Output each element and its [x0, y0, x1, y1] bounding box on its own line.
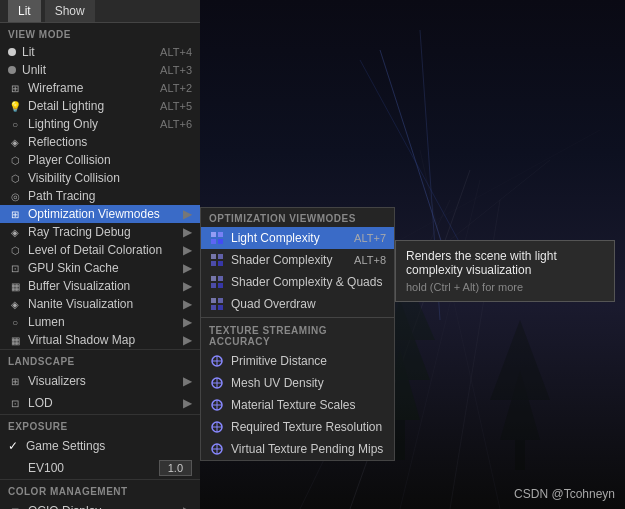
menu-item-lod[interactable]: ⊡ LOD ▶ [0, 392, 200, 414]
svg-rect-18 [218, 232, 223, 237]
svg-rect-23 [211, 261, 216, 266]
menu-item-ray-tracing-debug[interactable]: ◈ Ray Tracing Debug ▶ [0, 223, 200, 241]
submenu-item-required-texture-resolution[interactable]: Required Texture Resolution [201, 416, 394, 438]
left-panel: Lit Show VIEW MODE Lit ALT+4 Unlit ALT+3… [0, 0, 200, 509]
svg-rect-21 [211, 254, 216, 259]
arrow-icon: ▶ [183, 504, 192, 509]
arrow-icon: ▶ [183, 374, 192, 388]
arrow-icon: ▶ [183, 315, 192, 329]
arrow-icon: ▶ [183, 261, 192, 275]
svg-rect-19 [211, 239, 216, 244]
texture-section-label: TEXTURE STREAMING ACCURACY [201, 320, 394, 350]
arrow-icon: ▶ [183, 207, 192, 221]
dot-icon [8, 48, 16, 56]
exposure-section: EXPOSURE ✓ Game Settings EV100 1.0 [0, 414, 200, 479]
menu-item-reflections[interactable]: ◈ Reflections [0, 133, 200, 151]
landscape-section-label: LANDSCAPE [0, 350, 200, 370]
menu-item-buffer-visualization[interactable]: ▦ Buffer Visualization ▶ [0, 277, 200, 295]
menu-item-nanite-visualization[interactable]: ◈ Nanite Visualization ▶ [0, 295, 200, 313]
tab-show[interactable]: Show [45, 0, 95, 22]
ocio-icon: ⊡ [8, 504, 22, 509]
shadow-icon: ▦ [8, 333, 22, 347]
menu-item-virtual-shadow-map[interactable]: ▦ Virtual Shadow Map ▶ [0, 331, 200, 349]
menu-item-ev100[interactable]: EV100 1.0 [0, 457, 200, 479]
menu-item-lumen[interactable]: ○ Lumen ▶ [0, 313, 200, 331]
material-icon [209, 397, 225, 413]
svg-rect-22 [218, 254, 223, 259]
submenu-item-shader-complexity-quads[interactable]: Shader Complexity & Quads [201, 271, 394, 293]
gpu-icon: ⊡ [8, 261, 22, 275]
svg-rect-31 [211, 305, 216, 310]
svg-rect-10 [395, 420, 405, 460]
svg-rect-30 [218, 298, 223, 303]
arrow-icon: ▶ [183, 279, 192, 293]
top-bar: Lit Show [0, 0, 200, 23]
arrow-icon: ▶ [183, 243, 192, 257]
visualizer-icon: ⊞ [8, 374, 22, 388]
menu-item-game-settings[interactable]: ✓ Game Settings [0, 435, 200, 457]
collision-icon: ⬡ [8, 153, 22, 167]
svg-rect-28 [218, 283, 223, 288]
quad-icon [209, 296, 225, 312]
menu-item-ocio-display[interactable]: ⊡ OCIO Display ▶ [0, 500, 200, 509]
submenu-item-primitive-distance[interactable]: Primitive Distance [201, 350, 394, 372]
arrow-icon: ▶ [183, 225, 192, 239]
menu-item-visualizers[interactable]: ⊞ Visualizers ▶ [0, 370, 200, 392]
exposure-section-label: EXPOSURE [0, 415, 200, 435]
submenu-item-mesh-uv-density[interactable]: Mesh UV Density [201, 372, 394, 394]
svg-rect-25 [211, 276, 216, 281]
lod2-icon: ⊡ [8, 396, 22, 410]
tooltip-box: Renders the scene with light complexity … [395, 240, 615, 302]
submenu-item-material-texture-scales[interactable]: Material Texture Scales [201, 394, 394, 416]
svg-rect-20 [218, 239, 223, 244]
submenu-divider [201, 317, 394, 318]
menu-item-lod-coloration[interactable]: ⬡ Level of Detail Coloration ▶ [0, 241, 200, 259]
mesh-uv-icon [209, 375, 225, 391]
submenu-panel: OPTIMIZATION VIEWMODES Light Complexity … [200, 207, 395, 461]
menu-item-gpu-skin-cache[interactable]: ⊡ GPU Skin Cache ▶ [0, 259, 200, 277]
menu-item-path-tracing[interactable]: ◎ Path Tracing [0, 187, 200, 205]
watermark: CSDN @Tcohneyn [514, 487, 615, 501]
svg-rect-32 [218, 305, 223, 310]
virtual-texture-icon [209, 441, 225, 457]
menu-item-lighting-only[interactable]: ○ Lighting Only ALT+6 [0, 115, 200, 133]
dot-icon [8, 66, 16, 74]
menu-item-visibility-collision[interactable]: ⬡ Visibility Collision [0, 169, 200, 187]
svg-rect-17 [211, 232, 216, 237]
svg-rect-13 [515, 440, 525, 470]
menu-item-player-collision[interactable]: ⬡ Player Collision [0, 151, 200, 169]
svg-rect-26 [218, 276, 223, 281]
wireframe-icon: ⊞ [8, 81, 22, 95]
shader-grid-icon [209, 252, 225, 268]
submenu-item-quad-overdraw[interactable]: Quad Overdraw [201, 293, 394, 315]
bulb-icon: ○ [8, 117, 22, 131]
menu-item-detail-lighting[interactable]: 💡 Detail Lighting ALT+5 [0, 97, 200, 115]
lod-icon: ⬡ [8, 243, 22, 257]
landscape-section: LANDSCAPE ⊞ Visualizers ▶ ⊡ LOD ▶ [0, 349, 200, 414]
arrow-icon: ▶ [183, 297, 192, 311]
tooltip-title: Renders the scene with light complexity … [406, 249, 604, 277]
color-management-label: COLOR MANAGEMENT [0, 480, 200, 500]
submenu-item-virtual-texture-pending-mips[interactable]: Virtual Texture Pending Mips [201, 438, 394, 460]
lumen-icon: ○ [8, 315, 22, 329]
menu-item-unlit[interactable]: Unlit ALT+3 [0, 61, 200, 79]
submenu-section-label: OPTIMIZATION VIEWMODES [201, 208, 394, 227]
tab-lit[interactable]: Lit [8, 0, 41, 22]
submenu-item-light-complexity[interactable]: Light Complexity ALT+7 [201, 227, 394, 249]
svg-rect-29 [211, 298, 216, 303]
color-management-section: COLOR MANAGEMENT ⊡ OCIO Display ▶ [0, 479, 200, 509]
submenu-item-shader-complexity[interactable]: Shader Complexity ALT+8 [201, 249, 394, 271]
nanite-icon: ◈ [8, 297, 22, 311]
optimization-icon: ⊞ [8, 207, 22, 221]
menu-item-lit[interactable]: Lit ALT+4 [0, 43, 200, 61]
primitive-icon [209, 353, 225, 369]
grid-icon [209, 230, 225, 246]
menu-item-optimization-viewmodes[interactable]: ⊞ Optimization Viewmodes ▶ [0, 205, 200, 223]
svg-marker-12 [490, 320, 550, 400]
tooltip-hint: hold (Ctrl + Alt) for more [406, 281, 604, 293]
svg-rect-24 [218, 261, 223, 266]
ev100-value[interactable]: 1.0 [159, 460, 192, 476]
visibility-icon: ⬡ [8, 171, 22, 185]
menu-item-wireframe[interactable]: ⊞ Wireframe ALT+2 [0, 79, 200, 97]
svg-rect-27 [211, 283, 216, 288]
